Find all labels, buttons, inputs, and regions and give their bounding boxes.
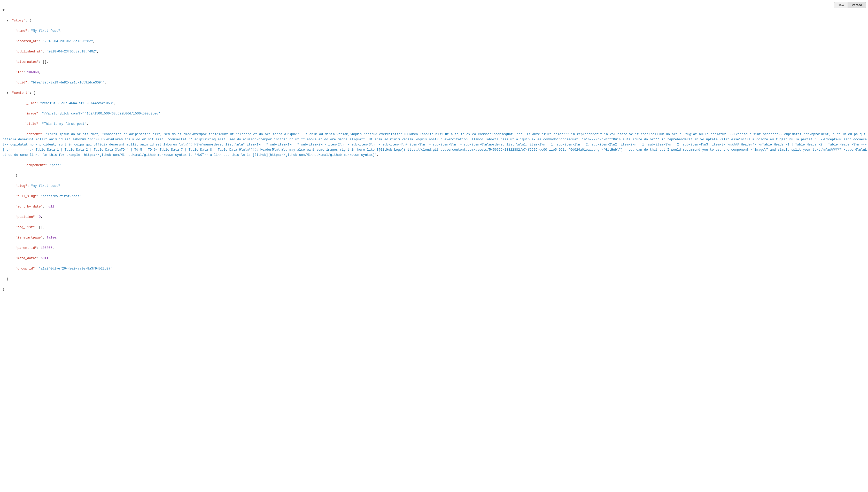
toolbar: Raw Parsed: [834, 2, 866, 8]
json-viewer: ▼ { ▼ "story": { "name": "My first Post"…: [0, 0, 868, 300]
parsed-button[interactable]: Parsed: [848, 2, 866, 8]
content-toggle[interactable]: ▼: [6, 91, 10, 96]
root-toggle[interactable]: ▼: [3, 8, 6, 13]
story-toggle[interactable]: ▼: [6, 18, 10, 23]
raw-button[interactable]: Raw: [834, 2, 848, 8]
